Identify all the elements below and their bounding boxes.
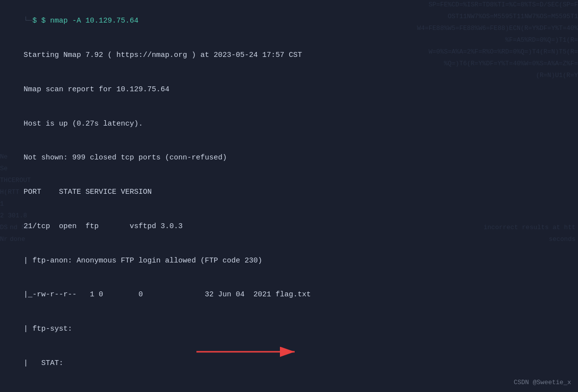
watermark: CSDN @Sweetie_x (514, 379, 571, 386)
bg-overlay-left5: 1 (0, 199, 4, 209)
output-line-1: Starting Nmap 7.92 ( https://nmap.org ) … (6, 38, 572, 73)
output-line-4: Not shown: 999 closed tcp ports (conn-re… (6, 141, 572, 175)
output-text-4: Not shown: 999 closed tcp ports (conn-re… (24, 154, 227, 162)
output-line-2: Nmap scan report for 10.129.75.64 (6, 73, 572, 107)
output-line-3: Host is up (0.27s latency). (6, 106, 572, 141)
output-text-6: 21/tcp open ftp vsftpd 3.0.3 (24, 222, 183, 231)
output-line-6: 21/tcp open ftp vsftpd 3.0.3 (6, 209, 572, 244)
output-text-9: | ftp-syst: (24, 325, 72, 333)
arrow-svg (196, 345, 304, 359)
terminal-window: SP=FE%CD=%ISR=TD8%TI=%C=8%TS=D/SEC(SP=F … (0, 0, 578, 392)
output-line-9: | ftp-syst: (6, 312, 572, 346)
output-line-5: PORT STATE SERVICE VERSION (6, 175, 572, 209)
prompt: $ (32, 17, 41, 25)
output-text-1: Starting Nmap 7.92 ( https://nmap.org ) … (24, 51, 302, 59)
output-line-8: |_-rw-r--r-- 1 0 0 32 Jun 04 2021 flag.t… (6, 278, 572, 312)
prev-line-indicator: └─ (24, 17, 32, 25)
output-text-10: | STAT: (24, 359, 63, 367)
output-text-7: | ftp-anon: Anonymous FTP login allowed … (24, 257, 262, 265)
bg-overlay-left6: 2 (0, 211, 4, 221)
command-line: └─$ $ nmap -A 10.129.75.64 (6, 4, 572, 38)
command-text: $ nmap -A 10.129.75.64 (41, 17, 138, 25)
output-line-11: | FTP server status: (6, 380, 572, 392)
output-text-8: |_-rw-r--r-- 1 0 0 32 Jun 04 2021 flag.t… (24, 290, 311, 299)
output-text-3: Host is up (0.27s latency). (24, 120, 143, 128)
output-text-2: Nmap scan report for 10.129.75.64 (24, 85, 169, 94)
output-text-5: PORT STATE SERVICE VERSION (24, 188, 152, 196)
output-line-7: | ftp-anon: Anonymous FTP login allowed … (6, 243, 572, 278)
arrow-annotation (196, 345, 304, 359)
